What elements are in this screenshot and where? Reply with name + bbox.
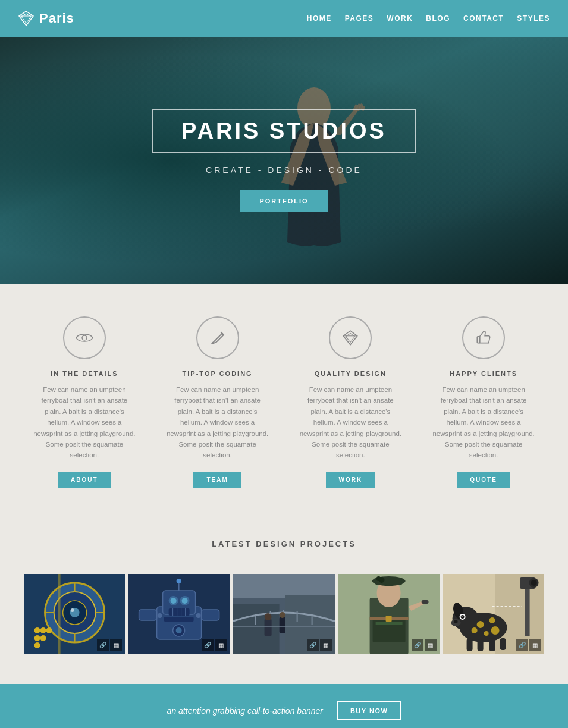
project-overlay-2: 🔗 ▦: [199, 636, 230, 654]
svg-point-24: [40, 635, 46, 641]
svg-rect-44: [164, 617, 194, 622]
feature-btn-4[interactable]: QUOTE: [457, 472, 510, 488]
feature-btn-1[interactable]: ABOUT: [58, 472, 111, 488]
feature-btn-3[interactable]: WORK: [326, 472, 376, 488]
features-grid: IN THE DETAILS Few can name an umpteen f…: [24, 316, 544, 488]
nav-blog[interactable]: BLOG: [426, 14, 450, 23]
projects-title: LATEST DESIGN PROJECTS: [188, 539, 380, 557]
eye-icon: [76, 329, 93, 347]
svg-point-89: [454, 620, 457, 623]
feature-text-1: Few can name an umpteen ferryboat that i…: [33, 384, 136, 461]
svg-point-14: [71, 608, 74, 612]
cta-buy-button[interactable]: BUY NOW: [337, 701, 401, 720]
projects-header: LATEST DESIGN PROJECTS: [24, 538, 544, 557]
project-overlay-3: 🔗 ▦: [304, 636, 335, 654]
svg-rect-41: [202, 610, 219, 620]
project-link-icon-2[interactable]: 🔗: [202, 639, 214, 651]
eye-icon-circle: [63, 316, 106, 359]
hero-portfolio-button[interactable]: PORTFOLIO: [240, 190, 327, 212]
project-expand-icon-2[interactable]: ▦: [215, 639, 227, 651]
project-overlay-4: 🔗 ▦: [409, 636, 440, 654]
feature-title-4: HAPPY CLIENTS: [432, 370, 535, 377]
svg-rect-93: [500, 638, 506, 650]
svg-rect-57: [265, 619, 272, 636]
svg-point-43: [196, 613, 201, 618]
svg-point-58: [265, 613, 272, 620]
nav-pages[interactable]: PAGES: [345, 14, 374, 23]
svg-rect-50: [233, 604, 280, 654]
project-item-1[interactable]: 🔗 ▦: [24, 574, 125, 654]
feature-title-2: TIP-TOP CODING: [166, 370, 269, 377]
projects-grid: 🔗 ▦: [24, 574, 544, 654]
nav-work[interactable]: WORK: [387, 14, 413, 23]
logo[interactable]: Paris: [18, 10, 74, 27]
feature-title-1: IN THE DETAILS: [33, 370, 136, 377]
svg-point-87: [461, 616, 462, 617]
feature-text-2: Few can name an umpteen ferryboat that i…: [166, 384, 269, 461]
project-overlay-1: 🔗 ▦: [94, 636, 125, 654]
svg-rect-73: [385, 616, 391, 622]
svg-point-74: [421, 600, 428, 604]
project-link-icon-1[interactable]: 🔗: [97, 639, 109, 651]
svg-rect-8: [477, 337, 479, 343]
svg-point-86: [460, 615, 464, 619]
project-item-4[interactable]: 🔗 ▦: [338, 574, 440, 654]
project-expand-icon-4[interactable]: ▦: [425, 639, 437, 651]
svg-rect-90: [466, 638, 472, 651]
svg-point-23: [34, 635, 40, 641]
feature-text-4: Few can name an umpteen ferryboat that i…: [432, 384, 535, 461]
hero-content: PARIS STUDIOS CREATE - DESIGN - CODE POR…: [152, 109, 416, 212]
cta-banner: an attention grabbing call-to-action ban…: [0, 684, 568, 728]
feature-text-3: Few can name an umpteen ferryboat that i…: [299, 384, 403, 461]
nav-home[interactable]: HOME: [307, 14, 332, 23]
project-item-5[interactable]: 🔗 ▦: [443, 574, 544, 654]
svg-point-30: [171, 598, 177, 604]
project-expand-icon-3[interactable]: ▦: [320, 639, 332, 651]
diamond-icon-circle: [329, 316, 372, 359]
svg-rect-59: [280, 617, 285, 633]
svg-point-21: [40, 627, 46, 633]
hero-section: PARIS STUDIOS CREATE - DESIGN - CODE POR…: [0, 37, 568, 284]
feature-btn-2[interactable]: TEAM: [193, 472, 241, 488]
project-link-icon-4[interactable]: 🔗: [412, 639, 423, 651]
svg-point-98: [471, 627, 477, 633]
feature-details: IN THE DETAILS Few can name an umpteen f…: [24, 316, 145, 488]
project-item-2[interactable]: 🔗 ▦: [128, 574, 230, 654]
svg-point-20: [34, 627, 40, 633]
thumbsup-icon: [475, 329, 492, 347]
svg-rect-35: [169, 608, 190, 616]
pencil-icon: [209, 329, 227, 347]
svg-point-22: [46, 627, 52, 633]
svg-point-95: [489, 617, 495, 623]
project-link-icon-3[interactable]: 🔗: [307, 639, 319, 651]
svg-point-60: [280, 612, 285, 618]
hero-title: PARIS STUDIOS: [181, 118, 387, 144]
site-header: Paris HOME PAGES WORK BLOG CONTACT STYLE…: [0, 0, 568, 37]
project-item-3[interactable]: 🔗 ▦: [233, 574, 334, 654]
diamond-logo-icon: [18, 10, 34, 27]
features-section: IN THE DETAILS Few can name an umpteen f…: [0, 284, 568, 514]
svg-point-34: [177, 579, 181, 583]
svg-rect-40: [139, 610, 157, 620]
svg-point-46: [176, 627, 182, 633]
nav-contact[interactable]: CONTACT: [463, 14, 504, 23]
feature-design: QUALITY DESIGN Few can name an umpteen f…: [290, 316, 412, 488]
svg-point-97: [484, 631, 488, 636]
svg-point-96: [491, 626, 499, 635]
svg-point-94: [476, 621, 484, 628]
main-nav: HOME PAGES WORK BLOG CONTACT STYLES: [307, 14, 550, 23]
pencil-icon-circle: [196, 316, 239, 359]
project-link-icon-5[interactable]: 🔗: [516, 639, 528, 651]
feature-coding: TIP-TOP CODING Few can name an umpteen f…: [157, 316, 278, 488]
svg-rect-92: [489, 638, 495, 651]
project-expand-icon-1[interactable]: ▦: [110, 639, 122, 651]
svg-point-69: [376, 576, 381, 581]
feature-clients: HAPPY CLIENTS Few can name an umpteen fe…: [423, 316, 544, 488]
cta-text: an attention grabbing call-to-action ban…: [167, 706, 323, 716]
svg-point-80: [531, 580, 536, 586]
svg-rect-71: [375, 622, 402, 625]
project-expand-icon-5[interactable]: ▦: [529, 639, 541, 651]
nav-styles[interactable]: STYLES: [517, 14, 550, 23]
svg-rect-91: [477, 639, 483, 651]
projects-section: LATEST DESIGN PROJECTS: [0, 514, 568, 684]
